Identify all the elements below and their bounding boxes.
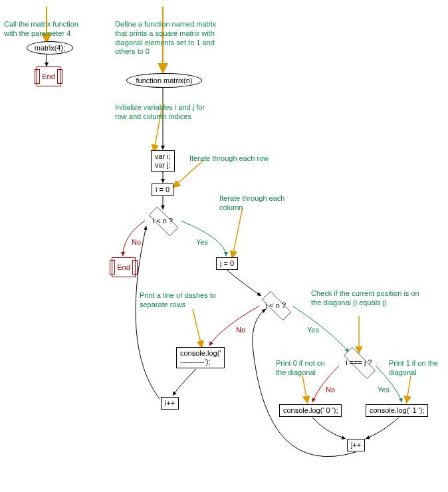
- comment-print-dashes: Print a line of dashes to separate rows: [140, 291, 236, 310]
- node-end-right-label: End: [117, 263, 130, 271]
- edge-i-cond-no: No: [132, 238, 141, 246]
- svg-line-11: [302, 376, 307, 401]
- node-i-inc: i++: [161, 397, 179, 410]
- flowchart-canvas: Call the matrix function with the parame…: [0, 0, 448, 492]
- node-end-left-label: End: [42, 72, 55, 80]
- svg-line-12: [407, 376, 411, 401]
- node-function-matrix-label: function matrix(n): [136, 76, 193, 84]
- svg-line-6: [175, 161, 203, 186]
- comment-call-matrix: Call the matrix function with the parame…: [4, 20, 90, 39]
- comment-iter-row: Iterate through each row: [189, 154, 289, 164]
- node-end-right: End: [112, 257, 136, 277]
- node-ij-cond: i === j ?: [339, 351, 379, 374]
- comment-print1: Print 1 if on the diagonal: [389, 359, 445, 378]
- node-i-init: i = 0: [152, 184, 173, 196]
- node-j-cond-label: j < n ?: [266, 301, 286, 309]
- node-var-decl: var i; var j;: [151, 150, 175, 172]
- node-j-init: j = 0: [216, 257, 238, 270]
- node-log-dashes: console.log(' ----------');: [176, 347, 225, 368]
- svg-line-8: [233, 207, 243, 256]
- svg-line-9: [193, 309, 201, 346]
- edge-ij-cond-no: No: [326, 386, 335, 394]
- node-end-left: End: [37, 66, 60, 86]
- node-call-matrix-label: matrix(4);: [35, 44, 65, 52]
- edge-j-cond-yes: Yes: [307, 326, 319, 334]
- comment-define-func: Define a function named matrix that prin…: [115, 20, 218, 57]
- node-j-inc: j++: [347, 439, 365, 451]
- connector-lines: [0, 0, 448, 492]
- comment-init-vars: Initialize variables i and j for row and…: [115, 103, 211, 122]
- edge-i-cond-yes: Yes: [196, 238, 208, 246]
- node-function-matrix: function matrix(n): [126, 73, 202, 88]
- edge-ij-cond-yes: Yes: [378, 386, 390, 394]
- node-call-matrix: matrix(4);: [27, 41, 73, 55]
- comment-iter-col: Iterate through each column: [219, 194, 296, 213]
- node-j-cond: j < n ?: [258, 294, 294, 316]
- comment-print0: Print 0 if not on the diagonal: [276, 359, 336, 378]
- node-i-cond: i < n ?: [145, 209, 181, 232]
- node-i-cond-label: i < n ?: [153, 217, 173, 225]
- comment-check-diag: Check if the current position is on the …: [311, 289, 424, 308]
- node-log1: console.log(' 1 ');: [366, 404, 428, 417]
- node-log0: console.log(' 0 ');: [279, 404, 342, 417]
- edge-j-cond-no: No: [236, 326, 245, 334]
- node-ij-cond-label: i === j ?: [346, 358, 372, 366]
